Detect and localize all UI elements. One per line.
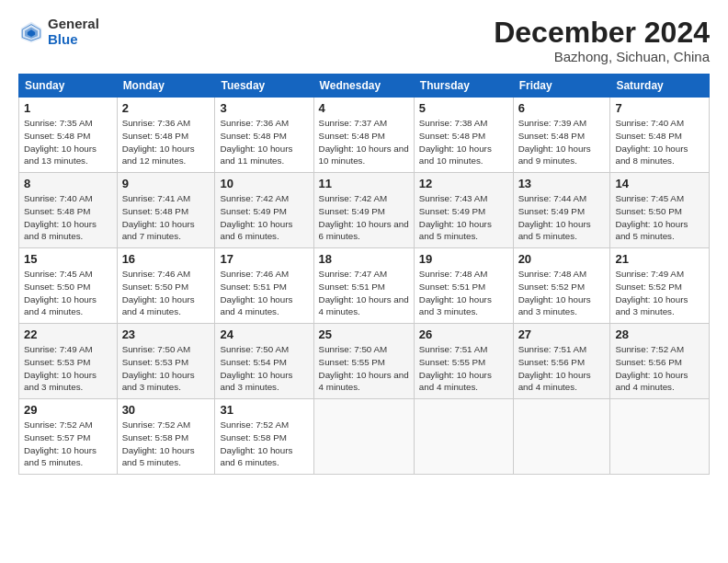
dow-header-sunday: Sunday [19, 75, 118, 98]
day-number-16: 16 [122, 252, 210, 266]
empty-cell [414, 399, 513, 475]
day-number-7: 7 [615, 101, 704, 115]
day-cell-22: 22Sunrise: 7:49 AMSunset: 5:53 PMDayligh… [19, 324, 118, 399]
day-number-22: 22 [24, 327, 112, 341]
day-info-11: Sunrise: 7:42 AMSunset: 5:49 PMDaylight:… [319, 192, 409, 243]
logo-icon [18, 19, 44, 45]
day-number-21: 21 [615, 252, 704, 266]
dow-header-friday: Friday [513, 75, 610, 98]
day-cell-26: 26Sunrise: 7:51 AMSunset: 5:55 PMDayligh… [414, 324, 513, 399]
day-cell-3: 3Sunrise: 7:36 AMSunset: 5:48 PMDaylight… [215, 98, 313, 173]
day-info-8: Sunrise: 7:40 AMSunset: 5:48 PMDaylight:… [24, 192, 112, 243]
day-info-6: Sunrise: 7:39 AMSunset: 5:48 PMDaylight:… [518, 117, 606, 167]
day-cell-18: 18Sunrise: 7:47 AMSunset: 5:51 PMDayligh… [313, 248, 414, 324]
day-info-9: Sunrise: 7:41 AMSunset: 5:48 PMDaylight:… [122, 192, 210, 243]
day-cell-24: 24Sunrise: 7:50 AMSunset: 5:54 PMDayligh… [215, 324, 313, 399]
day-cell-28: 28Sunrise: 7:52 AMSunset: 5:56 PMDayligh… [610, 324, 710, 399]
day-number-25: 25 [319, 327, 409, 341]
day-cell-21: 21Sunrise: 7:49 AMSunset: 5:52 PMDayligh… [610, 248, 710, 324]
day-cell-15: 15Sunrise: 7:45 AMSunset: 5:50 PMDayligh… [19, 248, 118, 324]
day-info-31: Sunrise: 7:52 AMSunset: 5:58 PMDaylight:… [220, 419, 308, 469]
day-number-2: 2 [122, 101, 210, 115]
day-cell-12: 12Sunrise: 7:43 AMSunset: 5:49 PMDayligh… [414, 173, 513, 248]
day-number-19: 19 [419, 252, 508, 266]
day-number-30: 30 [122, 403, 210, 417]
day-info-24: Sunrise: 7:50 AMSunset: 5:54 PMDaylight:… [220, 343, 308, 394]
logo-blue: Blue [48, 31, 78, 47]
calendar-week-2: 8Sunrise: 7:40 AMSunset: 5:48 PMDaylight… [19, 173, 710, 248]
day-cell-31: 31Sunrise: 7:52 AMSunset: 5:58 PMDayligh… [215, 399, 313, 475]
day-info-15: Sunrise: 7:45 AMSunset: 5:50 PMDaylight:… [24, 268, 112, 318]
day-number-26: 26 [419, 327, 508, 341]
day-cell-19: 19Sunrise: 7:48 AMSunset: 5:51 PMDayligh… [414, 248, 513, 324]
logo-text: General Blue [48, 17, 99, 47]
day-number-9: 9 [122, 177, 210, 190]
dow-header-saturday: Saturday [610, 75, 710, 98]
location-subtitle: Bazhong, Sichuan, China [494, 49, 710, 64]
empty-cell [610, 399, 710, 475]
day-info-19: Sunrise: 7:48 AMSunset: 5:51 PMDaylight:… [419, 268, 508, 318]
header: General Blue December 2024 Bazhong, Sich… [18, 17, 710, 64]
day-info-14: Sunrise: 7:45 AMSunset: 5:50 PMDaylight:… [615, 192, 704, 243]
day-number-4: 4 [319, 101, 409, 115]
day-number-14: 14 [615, 177, 704, 190]
month-title: December 2024 [494, 17, 710, 49]
dow-header-wednesday: Wednesday [313, 75, 414, 98]
dow-header-tuesday: Tuesday [215, 75, 313, 98]
day-info-29: Sunrise: 7:52 AMSunset: 5:57 PMDaylight:… [24, 419, 112, 469]
logo: General Blue [18, 17, 99, 47]
day-info-12: Sunrise: 7:43 AMSunset: 5:49 PMDaylight:… [419, 192, 508, 243]
dow-header-monday: Monday [117, 75, 215, 98]
day-cell-27: 27Sunrise: 7:51 AMSunset: 5:56 PMDayligh… [513, 324, 610, 399]
day-number-6: 6 [518, 101, 606, 115]
day-number-23: 23 [122, 327, 210, 341]
day-number-8: 8 [24, 177, 112, 190]
day-info-27: Sunrise: 7:51 AMSunset: 5:56 PMDaylight:… [518, 343, 606, 394]
day-info-3: Sunrise: 7:36 AMSunset: 5:48 PMDaylight:… [220, 117, 308, 167]
day-info-16: Sunrise: 7:46 AMSunset: 5:50 PMDaylight:… [122, 268, 210, 318]
day-cell-6: 6Sunrise: 7:39 AMSunset: 5:48 PMDaylight… [513, 98, 610, 173]
day-info-18: Sunrise: 7:47 AMSunset: 5:51 PMDaylight:… [319, 268, 409, 318]
day-cell-23: 23Sunrise: 7:50 AMSunset: 5:53 PMDayligh… [117, 324, 215, 399]
day-info-1: Sunrise: 7:35 AMSunset: 5:48 PMDaylight:… [24, 117, 112, 167]
day-info-4: Sunrise: 7:37 AMSunset: 5:48 PMDaylight:… [319, 117, 409, 167]
calendar-table: SundayMondayTuesdayWednesdayThursdayFrid… [18, 74, 710, 475]
day-info-7: Sunrise: 7:40 AMSunset: 5:48 PMDaylight:… [615, 117, 704, 167]
day-info-17: Sunrise: 7:46 AMSunset: 5:51 PMDaylight:… [220, 268, 308, 318]
day-cell-30: 30Sunrise: 7:52 AMSunset: 5:58 PMDayligh… [117, 399, 215, 475]
day-cell-17: 17Sunrise: 7:46 AMSunset: 5:51 PMDayligh… [215, 248, 313, 324]
title-area: December 2024 Bazhong, Sichuan, China [494, 17, 710, 64]
day-info-20: Sunrise: 7:48 AMSunset: 5:52 PMDaylight:… [518, 268, 606, 318]
day-number-18: 18 [319, 252, 409, 266]
page: General Blue December 2024 Bazhong, Sich… [0, 0, 728, 563]
day-info-25: Sunrise: 7:50 AMSunset: 5:55 PMDaylight:… [319, 343, 409, 394]
logo-general: General [48, 16, 99, 31]
calendar-week-3: 15Sunrise: 7:45 AMSunset: 5:50 PMDayligh… [19, 248, 710, 324]
day-cell-9: 9Sunrise: 7:41 AMSunset: 5:48 PMDaylight… [117, 173, 215, 248]
day-info-30: Sunrise: 7:52 AMSunset: 5:58 PMDaylight:… [122, 419, 210, 469]
day-number-20: 20 [518, 252, 606, 266]
day-cell-2: 2Sunrise: 7:36 AMSunset: 5:48 PMDaylight… [117, 98, 215, 173]
day-cell-4: 4Sunrise: 7:37 AMSunset: 5:48 PMDaylight… [313, 98, 414, 173]
day-number-29: 29 [24, 403, 112, 417]
day-cell-25: 25Sunrise: 7:50 AMSunset: 5:55 PMDayligh… [313, 324, 414, 399]
day-info-2: Sunrise: 7:36 AMSunset: 5:48 PMDaylight:… [122, 117, 210, 167]
day-info-23: Sunrise: 7:50 AMSunset: 5:53 PMDaylight:… [122, 343, 210, 394]
day-info-26: Sunrise: 7:51 AMSunset: 5:55 PMDaylight:… [419, 343, 508, 394]
day-info-13: Sunrise: 7:44 AMSunset: 5:49 PMDaylight:… [518, 192, 606, 243]
day-cell-16: 16Sunrise: 7:46 AMSunset: 5:50 PMDayligh… [117, 248, 215, 324]
day-cell-10: 10Sunrise: 7:42 AMSunset: 5:49 PMDayligh… [215, 173, 313, 248]
day-cell-29: 29Sunrise: 7:52 AMSunset: 5:57 PMDayligh… [19, 399, 118, 475]
day-number-13: 13 [518, 177, 606, 190]
day-cell-20: 20Sunrise: 7:48 AMSunset: 5:52 PMDayligh… [513, 248, 610, 324]
day-cell-5: 5Sunrise: 7:38 AMSunset: 5:48 PMDaylight… [414, 98, 513, 173]
day-info-21: Sunrise: 7:49 AMSunset: 5:52 PMDaylight:… [615, 268, 704, 318]
day-number-15: 15 [24, 252, 112, 266]
day-number-10: 10 [220, 177, 308, 190]
day-number-5: 5 [419, 101, 508, 115]
day-info-10: Sunrise: 7:42 AMSunset: 5:49 PMDaylight:… [220, 192, 308, 243]
day-number-1: 1 [24, 101, 112, 115]
day-number-27: 27 [518, 327, 606, 341]
calendar-week-4: 22Sunrise: 7:49 AMSunset: 5:53 PMDayligh… [19, 324, 710, 399]
day-of-week-row: SundayMondayTuesdayWednesdayThursdayFrid… [19, 75, 710, 98]
